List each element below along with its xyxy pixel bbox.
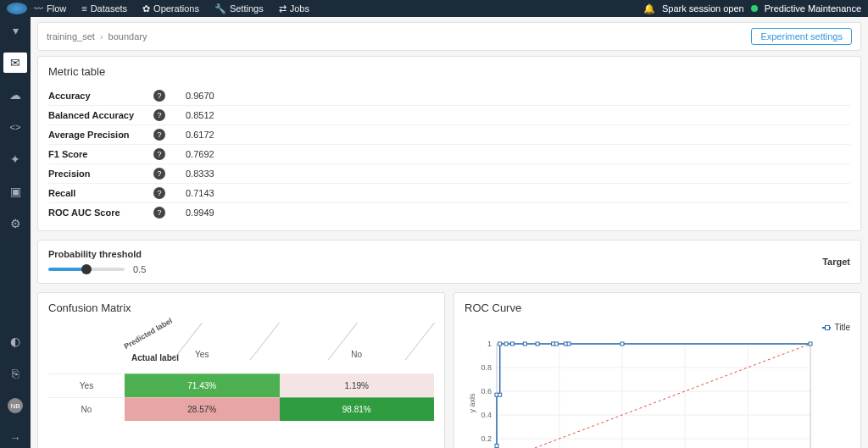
sidebar-code[interactable]: <>: [3, 117, 27, 137]
threshold-label: Probability threshold: [48, 249, 146, 259]
svg-rect-32: [511, 342, 515, 346]
cm-cell: 28.57%: [125, 397, 280, 421]
metric-value: 0.6172: [186, 130, 214, 140]
globe-icon: ◐: [10, 335, 20, 348]
project-name[interactable]: Predictive Maintenance: [765, 3, 861, 14]
threshold-card: Probability threshold 0.5 Target: [37, 240, 861, 284]
metric-name: Recall: [48, 188, 150, 198]
sidebar-export[interactable]: ⎘: [3, 363, 27, 384]
roc-legend-label: Title: [834, 323, 850, 332]
sidebar-notebook[interactable]: NB: [3, 395, 27, 416]
jobs-icon: ⇄: [279, 3, 287, 14]
svg-rect-29: [498, 393, 502, 396]
metric-name: F1 Score: [48, 149, 150, 159]
sidebar-collapse[interactable]: →: [3, 428, 27, 448]
cloud-upload-icon: ☁: [9, 88, 21, 102]
metric-value: 0.7143: [186, 188, 214, 198]
top-nav: 〰Flow ≡Datasets ✿Operations 🔧Settings ⇄J…: [34, 3, 643, 14]
target-label: Target: [822, 257, 850, 267]
sidebar-globe[interactable]: ◐: [3, 331, 27, 351]
sidebar-box[interactable]: ▣: [3, 181, 27, 202]
mail-icon: ✉: [10, 56, 20, 69]
roc-title: ROC Curve: [465, 301, 850, 314]
help-icon[interactable]: ?: [153, 90, 165, 102]
legend-marker-icon: [822, 327, 831, 329]
metric-row: Recall?0.7143: [48, 184, 850, 203]
cm-cell: 71.43%: [125, 373, 280, 397]
help-icon[interactable]: ?: [153, 148, 165, 160]
svg-rect-36: [554, 342, 558, 346]
breadcrumb-row: training_set › boundary Experiment setti…: [37, 22, 861, 51]
help-icon[interactable]: ?: [153, 207, 165, 218]
confusion-matrix-card: Confusion Matrix Predicted label Actual …: [37, 292, 445, 448]
nav-operations[interactable]: ✿Operations: [142, 3, 199, 14]
metric-name: ROC AUC Score: [48, 207, 150, 218]
cm-row-label: No: [48, 397, 125, 421]
metric-table-title: Metric table: [48, 65, 850, 78]
bell-icon[interactable]: 🔔: [643, 3, 655, 14]
cm-row: No28.57%98.81%: [48, 397, 434, 421]
svg-text:0.2: 0.2: [481, 434, 492, 443]
metric-name: Balanced Accuracy: [48, 110, 150, 120]
metric-row: Average Precision?0.6172: [48, 125, 850, 145]
sidebar-puzzle[interactable]: ✦: [3, 149, 27, 169]
sidebar-settings[interactable]: ⚙: [3, 213, 27, 234]
topbar: 〰Flow ≡Datasets ✿Operations 🔧Settings ⇄J…: [0, 0, 868, 17]
help-icon[interactable]: ?: [153, 129, 165, 141]
svg-text:0.4: 0.4: [481, 411, 492, 419]
svg-rect-24: [497, 344, 810, 448]
metric-name: Accuracy: [48, 91, 150, 101]
gear-icon: ✿: [142, 3, 150, 14]
sidebar: ▾ ✉ ☁ <> ✦ ▣ ⚙ ◐ ⎘ NB →: [0, 17, 31, 448]
svg-rect-39: [620, 342, 624, 346]
cm-row-label: Yes: [48, 373, 125, 397]
breadcrumb-b[interactable]: boundary: [108, 31, 147, 41]
status-dot-icon: [751, 5, 758, 12]
sidebar-dropdown[interactable]: ▾: [3, 20, 27, 41]
help-icon[interactable]: ?: [153, 187, 165, 199]
wrench-icon: 🔧: [214, 3, 226, 14]
roc-legend: Title: [465, 323, 850, 332]
nav-flow[interactable]: 〰Flow: [34, 3, 66, 14]
notebook-icon: NB: [8, 398, 23, 413]
sidebar-upload[interactable]: ☁: [3, 85, 27, 105]
export-icon: ⎘: [12, 367, 19, 380]
flow-icon: 〰: [34, 3, 43, 14]
experiment-settings-button[interactable]: Experiment settings: [751, 28, 852, 45]
metric-value: 0.8333: [186, 169, 214, 179]
nav-datasets[interactable]: ≡Datasets: [81, 3, 127, 14]
metric-value: 0.7692: [186, 149, 214, 159]
session-status: Spark session open: [662, 3, 744, 14]
svg-rect-27: [495, 444, 498, 447]
metric-row: Balanced Accuracy?0.8512: [48, 106, 850, 125]
threshold-slider[interactable]: [48, 268, 125, 271]
sidebar-mail[interactable]: ✉: [3, 53, 27, 73]
cm-col-no: No: [280, 323, 435, 373]
chevron-right-icon: ›: [100, 31, 103, 41]
metric-row: F1 Score?0.7692: [48, 145, 850, 164]
nav-settings[interactable]: 🔧Settings: [214, 3, 264, 14]
nav-jobs[interactable]: ⇄Jobs: [279, 3, 309, 14]
arrow-right-icon: →: [9, 431, 21, 445]
help-icon[interactable]: ?: [153, 168, 165, 180]
puzzle-icon: ✦: [10, 152, 20, 166]
box-icon: ▣: [10, 185, 21, 198]
svg-text:1: 1: [487, 340, 492, 348]
svg-text:0.6: 0.6: [481, 387, 492, 395]
help-icon[interactable]: ?: [153, 109, 165, 121]
svg-text:0.8: 0.8: [481, 363, 492, 372]
breadcrumb-a[interactable]: training_set: [47, 31, 95, 41]
confusion-title: Confusion Matrix: [48, 301, 434, 314]
metric-value: 0.8512: [186, 110, 214, 120]
svg-rect-31: [504, 342, 508, 346]
code-icon: <>: [10, 122, 21, 132]
metric-value: 0.9949: [186, 207, 214, 218]
svg-rect-33: [523, 342, 526, 346]
metric-name: Average Precision: [48, 130, 150, 140]
list-icon: ≡: [81, 3, 86, 14]
svg-rect-40: [809, 342, 812, 346]
metric-row: Accuracy?0.9670: [48, 86, 850, 106]
svg-rect-38: [567, 342, 570, 346]
logo: [7, 3, 27, 14]
cm-cell: 98.81%: [280, 397, 435, 421]
